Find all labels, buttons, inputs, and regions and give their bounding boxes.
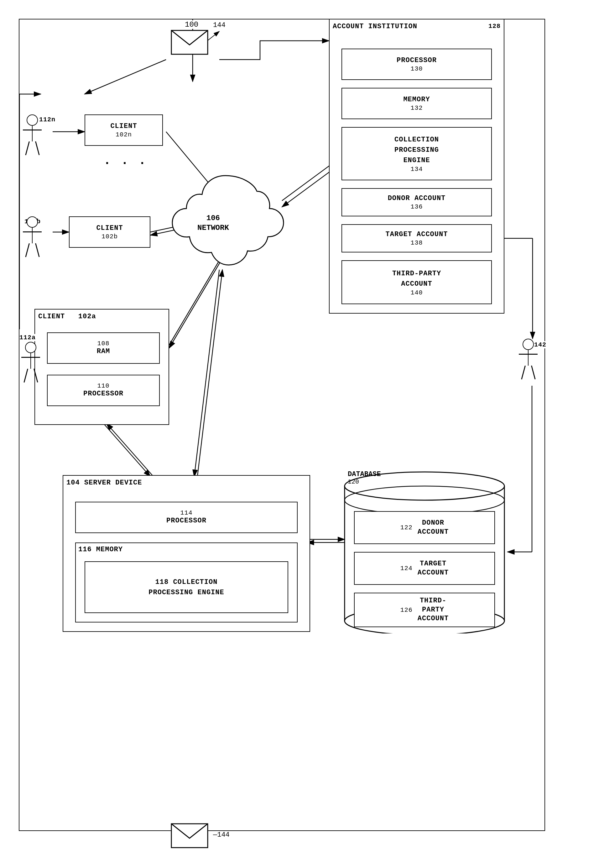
client-102a-box: CLIENT 102a: [35, 309, 169, 425]
donor-account-122-label: DONORACCOUNT: [418, 519, 448, 537]
person-142-head: [522, 339, 534, 350]
client-102b-box: CLIENT 102b: [69, 216, 151, 248]
collection-118-label: 118 COLLECTIONPROCESSING ENGINE: [149, 577, 224, 598]
server-device-label: 104 SERVER DEVICE: [66, 479, 142, 487]
ref-112a: 112a: [20, 334, 36, 341]
third-party-140-label: THIRD-PARTYACCOUNT: [392, 269, 441, 289]
client-102a-label: CLIENT 102a: [38, 312, 96, 320]
target-account-138-number: 138: [410, 239, 423, 246]
person-112a: [25, 342, 36, 383]
person-112b: [27, 216, 38, 257]
memory-132-box: MEMORY 132: [342, 88, 492, 119]
person-142: [522, 339, 534, 380]
network-label: 106NETWORK: [197, 213, 229, 232]
diagram-container: ACCOUNT INSTITUTION 128 PROCESSOR 130 ME…: [0, 0, 599, 868]
target-account-124-label: TARGETACCOUNT: [418, 559, 448, 577]
account-institution-number: 128: [488, 23, 501, 30]
memory-132-number: 132: [410, 104, 423, 112]
dots-between-clients: . . .: [103, 154, 147, 168]
processor-130-box: PROCESSOR 130: [342, 48, 492, 80]
envelope-top: [171, 30, 208, 55]
client-102n-box: CLIENT 102n: [84, 115, 163, 146]
person-112a-legs: [27, 369, 35, 383]
memory-132-label: MEMORY: [403, 95, 430, 104]
processor-110-number: 110: [97, 382, 109, 389]
processor-114-number: 114: [180, 509, 193, 516]
database-label: DATABASE: [348, 470, 381, 478]
client-102b-label: CLIENT: [96, 224, 123, 233]
client-102b-number: 102b: [101, 233, 118, 240]
third-party-140-number: 140: [410, 289, 423, 296]
ram-108-number: 108: [97, 340, 109, 347]
donor-account-136-number: 136: [410, 203, 423, 210]
envelope-bottom: [171, 823, 208, 848]
client-102n-number: 102n: [116, 131, 132, 138]
person-142-arms: [519, 354, 537, 355]
processor-130-number: 130: [410, 65, 423, 72]
person-142-body: [528, 350, 529, 365]
ram-108-box: 108 RAM: [47, 332, 160, 364]
processor-114-label: PROCESSOR: [166, 516, 206, 525]
memory-116-label: 116 MEMORY: [78, 546, 123, 554]
database-number: 120: [348, 478, 359, 485]
svg-rect-29: [172, 30, 208, 54]
donor-account-122-number: 122: [400, 524, 412, 531]
person-142-legs: [525, 365, 532, 380]
svg-rect-34: [172, 824, 208, 848]
account-institution-label: ACCOUNT INSTITUTION: [333, 23, 417, 30]
person-112a-arms: [21, 357, 40, 358]
third-party-126-number: 126: [400, 607, 412, 614]
person-112b-head: [27, 216, 38, 228]
processor-110-box: 110 PROCESSOR: [47, 375, 160, 406]
target-account-124-box: 124 TARGETACCOUNT: [354, 552, 495, 585]
person-112b-arms: [23, 231, 42, 232]
person-112a-head: [25, 342, 36, 353]
client-102n-label: CLIENT: [110, 122, 137, 131]
person-112b-legs: [29, 243, 36, 257]
person-112a-body: [30, 353, 31, 369]
collection-118-box: 118 COLLECTIONPROCESSING ENGINE: [84, 561, 288, 613]
person-112n-body: [32, 126, 33, 142]
ref-144-top: 144: [213, 21, 226, 29]
third-party-126-box: 126 THIRD-PARTYACCOUNT: [354, 593, 495, 627]
person-112n-legs: [29, 142, 36, 155]
network-cloud: 106NETWORK: [166, 169, 285, 276]
processor-130-label: PROCESSOR: [397, 56, 437, 65]
ram-108-label: RAM: [97, 347, 110, 356]
donor-account-136-label: DONOR ACCOUNT: [388, 194, 446, 203]
donor-account-136-box: DONOR ACCOUNT 136: [342, 188, 492, 216]
target-account-124-number: 124: [400, 565, 412, 572]
person-112n: [27, 115, 38, 155]
donor-account-122-box: 122 DONORACCOUNT: [354, 511, 495, 544]
third-party-126-label: THIRD-PARTYACCOUNT: [418, 596, 448, 623]
processor-114-box: 114 PROCESSOR: [75, 502, 298, 533]
collection-134-label: COLLECTIONPROCESSINGENGINE: [394, 134, 439, 166]
person-112b-body: [32, 228, 33, 243]
ref-142: 142: [534, 341, 546, 349]
person-112n-arms: [23, 130, 42, 130]
collection-134-number: 134: [410, 166, 423, 173]
collection-134-box: COLLECTIONPROCESSINGENGINE 134: [342, 127, 492, 180]
target-account-138-label: TARGET ACCOUNT: [386, 230, 448, 239]
ref-144-bottom: —144: [213, 831, 230, 839]
person-112n-head: [27, 115, 38, 126]
ref-112n: 112n: [39, 116, 56, 123]
processor-110-label: PROCESSOR: [83, 389, 123, 399]
third-party-140-box: THIRD-PARTYACCOUNT 140: [342, 260, 492, 304]
target-account-138-box: TARGET ACCOUNT 138: [342, 224, 492, 252]
ref-100: 100: [185, 20, 198, 29]
